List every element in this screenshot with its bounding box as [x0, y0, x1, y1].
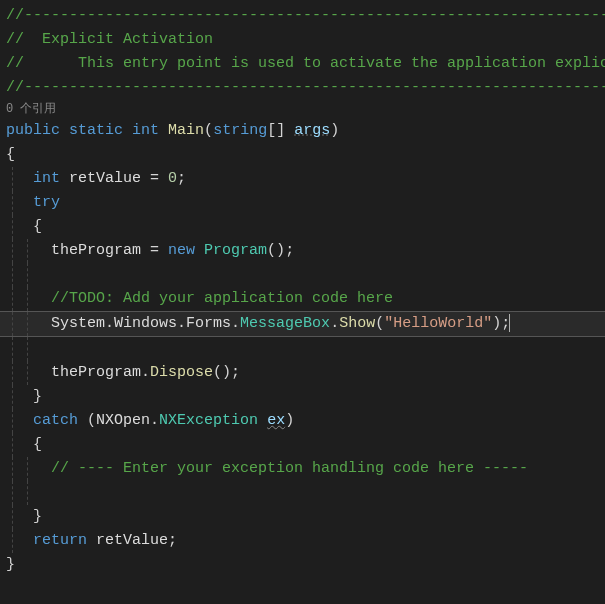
- catch-comment: // ---- Enter your exception handling co…: [0, 457, 605, 481]
- todo-comment: //TODO: Add your application code here: [0, 287, 605, 311]
- comment-title: // Explicit Activation: [0, 28, 605, 52]
- blank-line-2: [0, 337, 605, 361]
- catch-line: catch (NXOpen.NXException ex): [0, 409, 605, 433]
- brace-close: }: [0, 553, 605, 577]
- brace-open: {: [0, 143, 605, 167]
- catch-brace-open: {: [0, 433, 605, 457]
- retvalue-decl: int retValue = 0;: [0, 167, 605, 191]
- blank-line-3: [0, 481, 605, 505]
- try-keyword: try: [0, 191, 605, 215]
- theprogram-new: theProgram = new Program();: [0, 239, 605, 263]
- codelens-references[interactable]: 0 个引用: [0, 100, 605, 119]
- try-brace-open: {: [0, 215, 605, 239]
- code-editor[interactable]: //--------------------------------------…: [0, 4, 605, 577]
- comment-divider-bottom: //--------------------------------------…: [0, 76, 605, 100]
- try-brace-close: }: [0, 385, 605, 409]
- text-cursor: [509, 314, 510, 332]
- method-signature: public static int Main(string[] args): [0, 119, 605, 143]
- catch-brace-close: }: [0, 505, 605, 529]
- comment-divider-top: //--------------------------------------…: [0, 4, 605, 28]
- dispose-line: theProgram.Dispose();: [0, 361, 605, 385]
- comment-subtitle: // This entry point is used to activate …: [0, 52, 605, 76]
- messagebox-line[interactable]: System.Windows.Forms.MessageBox.Show("He…: [0, 311, 605, 337]
- blank-line: [0, 263, 605, 287]
- return-line: return retValue;: [0, 529, 605, 553]
